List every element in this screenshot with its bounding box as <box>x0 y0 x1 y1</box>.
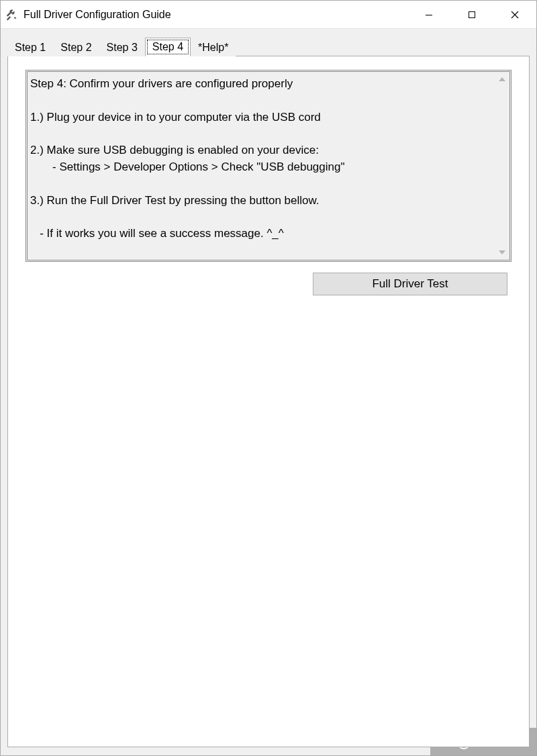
action-row: Full Driver Test <box>26 273 511 295</box>
tab-page-step-4: Step 4: Confirm your drivers are configu… <box>7 56 530 747</box>
minimize-button[interactable] <box>407 1 450 28</box>
client-area: Step 1 Step 2 Step 3 Step 4 *Help* Step … <box>1 29 536 755</box>
scroll-up-icon[interactable] <box>498 75 506 84</box>
instruction-text: Step 4: Confirm your drivers are configu… <box>28 72 495 260</box>
titlebar[interactable]: Full Driver Configuration Guide <box>1 1 536 29</box>
tab-step-1[interactable]: Step 1 <box>7 38 53 56</box>
tools-icon <box>5 8 18 21</box>
maximize-button[interactable] <box>450 1 493 28</box>
tab-step-3[interactable]: Step 3 <box>99 38 145 56</box>
app-window: Full Driver Configuration Guide Step 1 S… <box>0 0 537 756</box>
svg-rect-2 <box>469 11 475 17</box>
tab-step-2[interactable]: Step 2 <box>53 38 99 56</box>
instruction-textbox[interactable]: Step 4: Confirm your drivers are configu… <box>27 71 510 261</box>
full-driver-test-button[interactable]: Full Driver Test <box>313 273 507 295</box>
window-controls <box>407 1 536 28</box>
window-title: Full Driver Configuration Guide <box>23 9 407 21</box>
vertical-scrollbar[interactable] <box>495 72 509 260</box>
tab-strip: Step 1 Step 2 Step 3 Step 4 *Help* <box>7 36 530 56</box>
tab-step-4[interactable]: Step 4 <box>145 38 191 56</box>
scroll-down-icon[interactable] <box>498 248 506 257</box>
instruction-panel: Step 4: Confirm your drivers are configu… <box>26 70 511 262</box>
tab-help[interactable]: *Help* <box>191 38 236 56</box>
svg-rect-1 <box>426 15 432 15</box>
svg-rect-0 <box>7 16 11 20</box>
close-button[interactable] <box>493 1 536 28</box>
